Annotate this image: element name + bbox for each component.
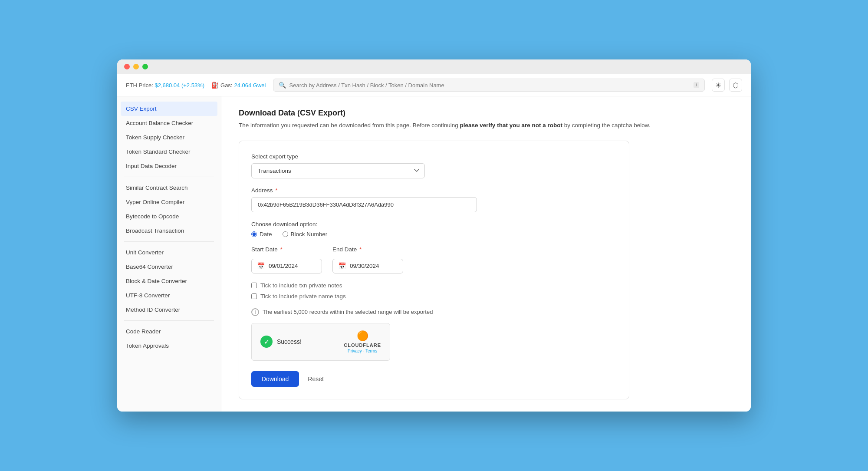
radio-block-text: Block Number (291, 231, 328, 237)
start-date-input[interactable] (269, 263, 316, 269)
captcha-success-text: Success! (277, 338, 302, 345)
theme-toggle-button[interactable]: ☀ (712, 79, 725, 92)
minimize-dot[interactable] (133, 64, 139, 69)
gas-price-value: 24.064 Gwei (234, 82, 266, 89)
sidebar: CSV Export Account Balance Checker Token… (117, 96, 221, 411)
address-label: Address * (251, 187, 617, 194)
maximize-dot[interactable] (142, 64, 148, 69)
address-input[interactable] (251, 197, 477, 212)
info-note-text: The earliest 5,000 records within the se… (263, 309, 433, 315)
start-date-group: Start Date * 📅 (251, 246, 322, 273)
reset-button[interactable]: Reset (304, 371, 327, 387)
radio-date[interactable] (251, 231, 257, 237)
date-row: Start Date * 📅 End Date * (251, 246, 617, 273)
eth-price: ETH Price: $2,680.04 (+2.53%) (126, 82, 204, 89)
gas-price: ⛽ Gas: 24.064 Gwei (211, 82, 266, 89)
content-area: Download Data (CSV Export) The informati… (221, 96, 751, 411)
checkbox-private-tags-label[interactable]: Tick to include private name tags (251, 293, 617, 300)
cloudflare-links: Privacy · Terms (348, 349, 377, 353)
search-kbd: / (694, 82, 699, 88)
cloudflare-cloud-icon: 🟠 (357, 330, 368, 342)
gas-icon: ⛽ (211, 82, 219, 89)
eth-price-value: $2,680.04 (+2.53%) (155, 82, 204, 89)
radio-date-text: Date (260, 231, 272, 237)
start-date-calendar-icon: 📅 (257, 262, 265, 270)
sidebar-divider-2 (124, 241, 214, 242)
radio-block-number[interactable] (283, 231, 288, 237)
download-button[interactable]: Download (251, 371, 299, 387)
title-bar (117, 59, 751, 74)
app-window: ETH Price: $2,680.04 (+2.53%) ⛽ Gas: 24.… (117, 59, 751, 411)
radio-group: Date Block Number (251, 231, 617, 237)
search-icon: 🔍 (279, 82, 286, 89)
sidebar-item-unit-converter[interactable]: Unit Converter (117, 245, 221, 260)
form-card: Select export type Transactions Internal… (239, 141, 629, 399)
end-date-input[interactable] (350, 263, 398, 269)
cf-privacy-link[interactable]: Privacy (348, 349, 362, 353)
sidebar-item-code-reader[interactable]: Code Reader (117, 324, 221, 339)
end-date-calendar-icon: 📅 (338, 262, 346, 270)
start-date-required: * (280, 246, 283, 253)
address-group: Address * (251, 187, 617, 212)
close-dot[interactable] (124, 64, 130, 69)
end-date-required: * (359, 246, 362, 253)
sidebar-item-broadcast-transaction[interactable]: Broadcast Transaction (117, 224, 221, 238)
sidebar-item-utf8-converter[interactable]: UTF-8 Converter (117, 288, 221, 303)
sidebar-item-vyper-online-compiler[interactable]: Vyper Online Compiler (117, 195, 221, 209)
checkbox-private-notes-text: Tick to include txn private notes (260, 282, 342, 289)
eth-icon-button[interactable]: ⬡ (729, 79, 742, 92)
search-input[interactable] (289, 82, 690, 89)
cloudflare-logo: 🟠 CLOUDFLARE Privacy · Terms (344, 330, 381, 353)
sidebar-item-similar-contract-search[interactable]: Similar Contract Search (117, 181, 221, 195)
captcha-check-icon: ✓ (260, 336, 273, 348)
sidebar-item-account-balance-checker[interactable]: Account Balance Checker (117, 116, 221, 130)
nav-bar: ETH Price: $2,680.04 (+2.53%) ⛽ Gas: 24.… (117, 74, 751, 96)
cloudflare-text: CLOUDFLARE (344, 343, 381, 348)
checkbox-group: Tick to include txn private notes Tick t… (251, 282, 617, 300)
info-icon: i (251, 308, 259, 316)
sidebar-item-bytecode-to-opcode[interactable]: Bytecode to Opcode (117, 209, 221, 224)
sidebar-item-method-id-converter[interactable]: Method ID Converter (117, 303, 221, 317)
end-date-wrapper: 📅 (332, 259, 403, 273)
download-option-label: Choose download option: (251, 221, 617, 227)
sidebar-item-token-approvals[interactable]: Token Approvals (117, 339, 221, 353)
export-type-label: Select export type (251, 153, 617, 160)
export-type-select[interactable]: Transactions Internal Transactions Token… (251, 163, 425, 178)
sidebar-item-base64-converter[interactable]: Base64 Converter (117, 260, 221, 274)
end-date-label: End Date * (332, 246, 403, 253)
checkbox-private-tags-text: Tick to include private name tags (260, 293, 346, 300)
checkbox-private-tags[interactable] (251, 293, 257, 299)
sidebar-item-block-date-converter[interactable]: Block & Date Converter (117, 274, 221, 288)
main-layout: CSV Export Account Balance Checker Token… (117, 96, 751, 411)
radio-date-label[interactable]: Date (251, 231, 272, 237)
checkbox-private-notes[interactable] (251, 283, 257, 288)
address-required: * (275, 187, 277, 194)
checkbox-private-notes-label[interactable]: Tick to include txn private notes (251, 282, 617, 289)
cf-terms-link[interactable]: Terms (365, 349, 377, 353)
captcha-success: ✓ Success! (260, 336, 302, 348)
sidebar-divider-3 (124, 320, 214, 321)
sidebar-divider-1 (124, 177, 214, 177)
download-option-group: Choose download option: Date Block Numbe… (251, 221, 617, 237)
page-title: Download Data (CSV Export) (239, 109, 733, 118)
start-date-wrapper: 📅 (251, 259, 322, 273)
button-row: Download Reset (251, 371, 617, 387)
sidebar-item-token-supply-checker[interactable]: Token Supply Checker (117, 130, 221, 145)
page-description: The information you requested can be dow… (239, 121, 733, 130)
captcha-box[interactable]: ✓ Success! 🟠 CLOUDFLARE Privacy · Terms (251, 323, 390, 361)
export-type-group: Select export type Transactions Internal… (251, 153, 617, 178)
sidebar-item-csv-export[interactable]: CSV Export (121, 102, 217, 116)
radio-block-label[interactable]: Block Number (283, 231, 328, 237)
end-date-group: End Date * 📅 (332, 246, 403, 273)
start-date-label: Start Date * (251, 246, 322, 253)
nav-icons: ☀ ⬡ (712, 79, 742, 92)
sidebar-item-input-data-decoder[interactable]: Input Data Decoder (117, 159, 221, 173)
info-note: i The earliest 5,000 records within the … (251, 308, 617, 316)
search-bar: 🔍 / (273, 79, 705, 92)
sidebar-item-token-standard-checker[interactable]: Token Standard Checker (117, 145, 221, 159)
